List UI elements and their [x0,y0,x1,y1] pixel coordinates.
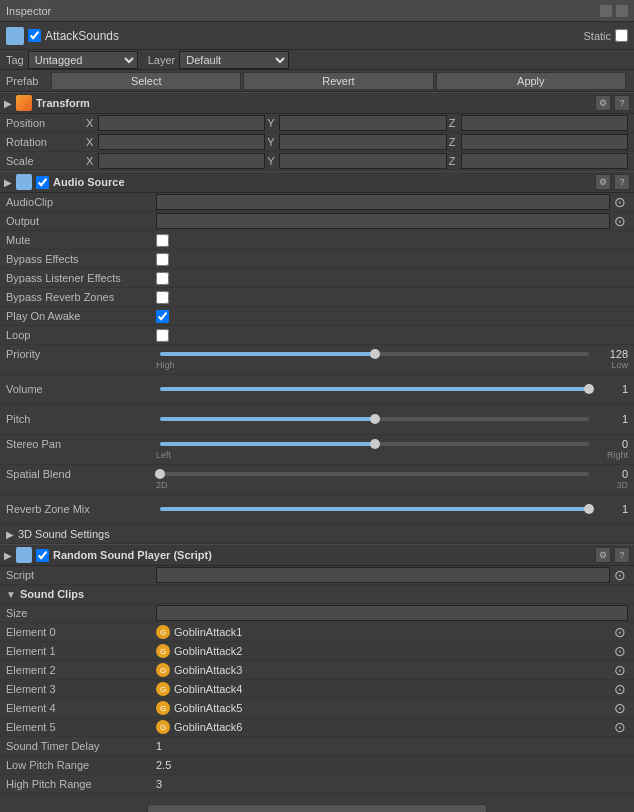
rot-x-axis: X [86,136,96,148]
pin-icon[interactable] [600,5,612,17]
element-label: Element 3 [6,683,156,695]
rotation-x[interactable]: 0 [98,134,265,150]
element-row: Element 4 G GoblinAttack5 ⊙ [0,699,634,718]
audio-source-checkbox[interactable] [36,176,49,189]
stereo-pan-track[interactable] [160,442,589,446]
mute-label: Mute [6,234,156,246]
transform-title: Transform [36,97,595,109]
transform-icon [16,95,32,111]
position-z[interactable]: 0 [461,115,628,131]
sca-y-axis: Y [267,155,277,167]
rotation-z[interactable]: 0 [461,134,628,150]
random-sound-help-btn[interactable]: ? [614,547,630,563]
position-label: Position [6,117,86,129]
scale-x[interactable]: 1 [98,153,265,169]
audio-source-title: Audio Source [53,176,595,188]
element-icon: G [156,625,170,639]
play-on-awake-checkbox[interactable] [156,310,169,323]
scale-z[interactable]: 1 [461,153,628,169]
output-label: Output [6,215,156,227]
tag-layer-row: Tag Untagged Layer Default [0,50,634,70]
prefab-apply-button[interactable]: Apply [436,72,626,90]
audioclip-picker-btn[interactable]: ⊙ [612,194,628,210]
rotation-y[interactable]: 0 [279,134,446,150]
bypass-effects-checkbox[interactable] [156,253,169,266]
pitch-row: Pitch 1 [0,405,634,435]
spatial-blend-value: 0 [593,468,628,480]
output-row: Output None (Audio Mixer Group) ⊙ [0,212,634,231]
layer-select[interactable]: Default [179,51,289,69]
stereo-left-label: Left [156,450,607,460]
loop-row: Loop [0,326,634,345]
volume-track[interactable] [160,387,589,391]
bypass-reverb-checkbox[interactable] [156,291,169,304]
script-picker-btn[interactable]: ⊙ [612,567,628,583]
scale-y[interactable]: 1 [279,153,446,169]
element-icon: G [156,644,170,658]
mute-checkbox[interactable] [156,234,169,247]
bypass-reverb-label: Bypass Reverb Zones [6,291,156,303]
transform-help-btn[interactable]: ? [614,95,630,111]
size-input[interactable]: 6 [156,605,628,621]
tag-select[interactable]: Untagged [28,51,138,69]
sound-clips-arrow: ▼ [6,589,16,600]
transform-arrow: ▶ [4,98,12,109]
audio-source-section-header[interactable]: ▶ Audio Source ⚙ ? [0,171,634,193]
transform-settings-btn[interactable]: ⚙ [595,95,611,111]
title-bar: Inspector [0,0,634,22]
random-sound-checkbox[interactable] [36,549,49,562]
size-row: Size 6 [0,604,634,623]
element-icon: G [156,663,170,677]
elements-container: Element 0 G GoblinAttack1 ⊙ Element 1 G … [0,623,634,737]
element-label: Element 2 [6,664,156,676]
bypass-listener-checkbox[interactable] [156,272,169,285]
element-picker-btn[interactable]: ⊙ [612,643,628,659]
spatial-blend-track[interactable] [160,472,589,476]
element-picker-btn[interactable]: ⊙ [612,700,628,716]
audioclip-input[interactable]: None (Audio Clip) [156,194,610,210]
position-y[interactable]: 0 [279,115,446,131]
random-sound-settings-btn[interactable]: ⚙ [595,547,611,563]
script-input[interactable]: RandomSoundPlayer [156,567,610,583]
priority-row: Priority 128 High Low [0,345,634,375]
audio-source-help-btn[interactable]: ? [614,174,630,190]
3d-sound-settings-row[interactable]: ▶ 3D Sound Settings [0,525,634,544]
layer-label: Layer [148,54,176,66]
position-x[interactable]: 0 [98,115,265,131]
loop-checkbox[interactable] [156,329,169,342]
element-picker-btn[interactable]: ⊙ [612,662,628,678]
static-label: Static [583,30,611,42]
transform-section-header[interactable]: ▶ Transform ⚙ ? [0,92,634,114]
priority-label: Priority [6,348,156,360]
play-on-awake-row: Play On Awake [0,307,634,326]
add-component-button[interactable]: Add Component [147,804,487,812]
static-checkbox[interactable] [615,29,628,42]
output-picker-btn[interactable]: ⊙ [612,213,628,229]
bypass-effects-row: Bypass Effects [0,250,634,269]
reverb-zone-value: 1 [593,503,628,515]
high-pitch-value: 3 [156,778,162,790]
element-picker-btn[interactable]: ⊙ [612,624,628,640]
high-pitch-row: High Pitch Range 3 [0,775,634,794]
random-sound-section-header[interactable]: ▶ Random Sound Player (Script) ⚙ ? [0,544,634,566]
pos-y-axis: Y [267,117,277,129]
audioclip-row: AudioClip None (Audio Clip) ⊙ [0,193,634,212]
menu-icon[interactable] [616,5,628,17]
priority-track[interactable] [160,352,589,356]
sound-clips-header[interactable]: ▼ Sound Clips [0,585,634,604]
element-icon: G [156,720,170,734]
prefab-revert-button[interactable]: Revert [243,72,433,90]
output-input[interactable]: None (Audio Mixer Group) [156,213,610,229]
prefab-label: Prefab [6,75,51,87]
active-checkbox[interactable] [28,29,41,42]
random-sound-arrow: ▶ [4,550,12,561]
prefab-select-button[interactable]: Select [51,72,241,90]
audio-source-settings-btn[interactable]: ⚙ [595,174,611,190]
element-picker-btn[interactable]: ⊙ [612,681,628,697]
bypass-listener-label: Bypass Listener Effects [6,272,156,284]
reverb-zone-track[interactable] [160,507,589,511]
script-label: Script [6,569,156,581]
element-label: Element 1 [6,645,156,657]
pitch-track[interactable] [160,417,589,421]
element-picker-btn[interactable]: ⊙ [612,719,628,735]
